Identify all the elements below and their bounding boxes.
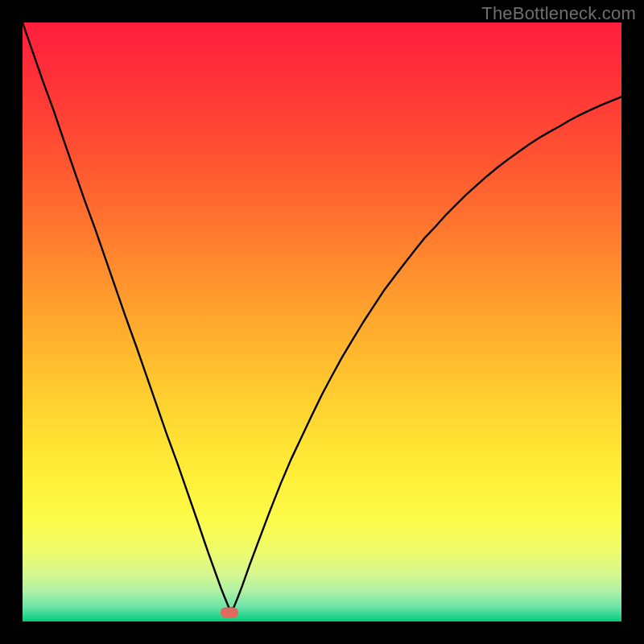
chart-frame <box>23 23 621 621</box>
watermark-text: TheBottleneck.com <box>481 3 636 24</box>
chart-gradient-background <box>23 23 621 621</box>
svg-rect-0 <box>23 23 621 621</box>
